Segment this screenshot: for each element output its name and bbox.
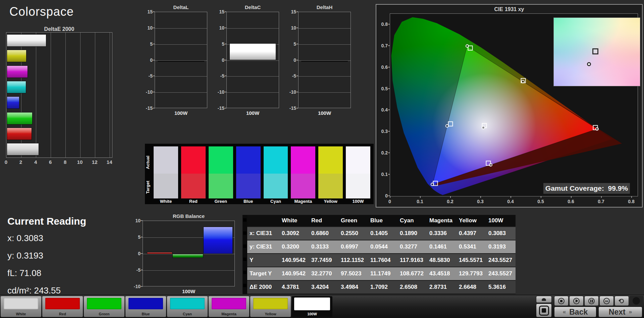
table-cell: 5.3616 <box>486 281 516 293</box>
colorspace-screen: Colorspace DeltaE 2000 02468101214 Delta… <box>0 0 644 318</box>
y-tick-label: 15 <box>213 9 224 14</box>
table-cell: 0.3092 <box>279 227 309 240</box>
target-row-label: Target <box>145 177 150 197</box>
y-tick-label: 0 <box>213 57 224 63</box>
cie-x-tick: 0.6 <box>568 199 574 204</box>
table-header-row: WhiteRedGreenBlueCyanMagentaYellow100W <box>247 215 516 227</box>
table-cell: 2.6508 <box>397 281 427 293</box>
gridline <box>227 92 279 93</box>
y-tick-label: -5 <box>285 73 296 79</box>
reading-cdm2: cd/m²: 243.55 <box>7 285 61 296</box>
page-title: Colorspace <box>9 5 74 19</box>
status-lamp-icon <box>633 297 640 305</box>
tick <box>388 152 390 153</box>
deltae-bar-magenta <box>7 65 28 78</box>
next-button[interactable]: Next » <box>598 307 642 317</box>
table-cell: 0.6860 <box>309 227 338 240</box>
delta_l-x-label: 100W <box>155 110 207 116</box>
color-button-red[interactable]: Red <box>42 296 83 317</box>
y-tick-label: -5 <box>141 73 153 79</box>
table-cell: 145.5571 <box>457 254 486 267</box>
status-lamp-well <box>630 296 643 306</box>
play-button[interactable] <box>569 296 584 306</box>
actual-swatch <box>154 146 178 174</box>
x-tick-label: 4 <box>34 159 37 165</box>
table-row: Target Y140.954232.277097.502311.1749108… <box>247 267 516 281</box>
row-label: Target Y <box>247 267 279 280</box>
x-tick-label: 8 <box>64 159 66 165</box>
tick <box>388 174 390 175</box>
loop-button[interactable]: ∞ <box>599 296 614 306</box>
rgb-bar-green <box>172 254 203 258</box>
y-tick-label: 10 <box>285 25 296 31</box>
target-swatch <box>154 174 178 198</box>
gridline <box>299 28 351 29</box>
gridline <box>155 28 207 29</box>
swatch-label: White <box>154 198 178 204</box>
column-header: Green <box>338 215 368 226</box>
cie-x-tick: 0.2 <box>447 199 453 204</box>
rgb-balance-chart: RGB Balance1050-5-10100W <box>127 212 238 297</box>
color-button-white[interactable]: White <box>1 296 41 317</box>
column-header: Blue <box>368 215 397 226</box>
color-button-label: White <box>1 312 41 316</box>
color-swatch <box>294 298 330 310</box>
pause-button[interactable] <box>584 296 599 306</box>
table-cell: 43.4518 <box>427 267 457 280</box>
color-button-cyan[interactable]: Cyan <box>167 296 208 317</box>
y-tick-label: 0 <box>141 57 153 63</box>
gridline <box>155 44 207 45</box>
delta_l-plot <box>155 12 207 108</box>
row-label: y: CIE31 <box>247 240 279 253</box>
gridline <box>95 33 95 157</box>
y-tick-label: 10 <box>129 218 141 223</box>
y-tick-label: -10 <box>213 89 224 95</box>
cie-1931-panel: CIE 1931 xy <box>376 4 643 208</box>
cie-x-tick: 0 <box>388 199 391 204</box>
row-handle <box>243 231 247 235</box>
tick <box>225 11 226 12</box>
stop-session-button[interactable] <box>536 304 552 317</box>
table-cell: 97.5023 <box>338 267 368 280</box>
swatch-column-100w: 100W <box>346 146 370 204</box>
color-button-magenta[interactable]: Magenta <box>209 296 249 317</box>
stop-button[interactable] <box>554 296 569 306</box>
play-icon <box>573 298 580 304</box>
tick <box>297 108 298 108</box>
tick <box>141 237 143 237</box>
cie-x-tick: 0.8 <box>628 199 634 204</box>
y-tick-label: 5 <box>213 41 224 47</box>
color-button-blue[interactable]: Blue <box>125 296 166 317</box>
color-button-100w[interactable]: 100W <box>292 296 332 317</box>
target-swatch <box>291 174 315 198</box>
color-button-green[interactable]: Green <box>84 296 124 317</box>
target-swatch <box>181 174 206 198</box>
actual-swatch <box>264 146 288 174</box>
tick <box>297 60 298 60</box>
deltae-bar-yellow <box>7 50 26 62</box>
gridline <box>299 76 351 77</box>
gridline <box>51 33 51 157</box>
refresh-button[interactable] <box>614 296 629 306</box>
swatch-label: Magenta <box>291 198 315 204</box>
back-button[interactable]: « Back <box>554 307 596 317</box>
swatch-comparison-panel: Actual Target WhiteRedGreenBlueCyanMagen… <box>145 144 374 204</box>
rgb_balance-plot <box>143 221 235 286</box>
tick <box>297 92 298 92</box>
table-cell: 32.2770 <box>309 267 338 280</box>
rgb-bar-blue <box>203 227 233 254</box>
x-tick-label: 0 <box>5 159 7 165</box>
actual-swatch <box>291 146 315 174</box>
column-header: Cyan <box>397 215 427 226</box>
tick <box>601 196 602 198</box>
cie-measured-blue <box>431 183 434 186</box>
pattern-bar: WhiteRedGreenBlueCyanMagentaYellow100W ∞… <box>0 295 644 318</box>
swatch-label: Green <box>209 198 233 204</box>
target-swatch <box>264 174 288 198</box>
cie-measured-magenta <box>489 163 492 167</box>
cie-measured-green <box>466 44 469 48</box>
cie-y-tick: 0.2 <box>376 150 388 155</box>
color-button-yellow[interactable]: Yellow <box>250 296 291 317</box>
reading-fl: fL: 71.08 <box>7 268 41 278</box>
display-mode-button[interactable] <box>536 296 552 303</box>
